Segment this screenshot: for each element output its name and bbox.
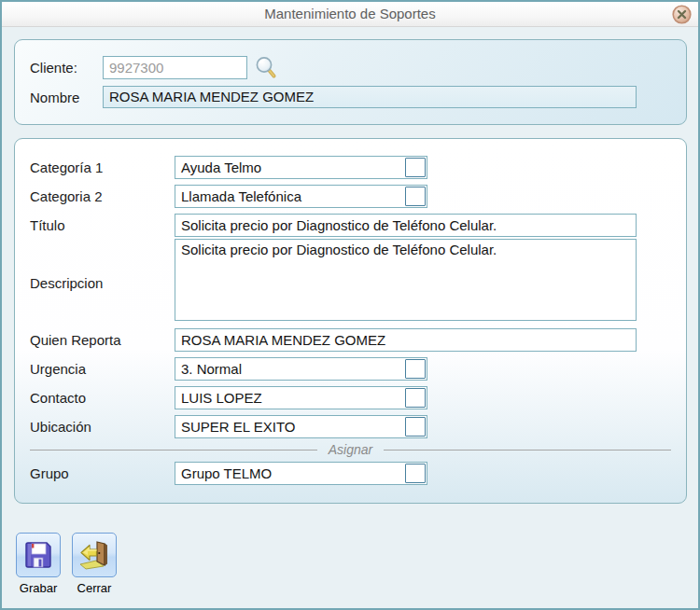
categoria2-label: Categoria 2 <box>30 185 172 208</box>
quien-reporta-label: Quien Reporta <box>30 328 172 352</box>
titulo-input[interactable] <box>175 214 637 237</box>
floppy-disk-icon <box>23 540 53 570</box>
grabar-button-group: Grabar <box>16 533 61 595</box>
mantenimiento-soportes-dialog: Mantenimiento de Soportes Cliente: <box>0 0 700 610</box>
close-button[interactable] <box>672 5 692 24</box>
contacto-label: Contacto <box>30 386 172 409</box>
grupo-select[interactable]: Grupo TELMO <box>175 462 427 485</box>
chevron-down-icon <box>405 417 426 437</box>
chevron-down-icon <box>405 158 426 177</box>
ubicacion-label: Ubicación <box>30 415 172 438</box>
cerrar-button-group: Cerrar <box>72 533 117 595</box>
grabar-button[interactable] <box>16 533 61 577</box>
close-icon <box>672 5 692 24</box>
descripcion-textarea[interactable]: Solicita precio por Diagnostico de Teléf… <box>175 239 637 321</box>
cerrar-button[interactable] <box>72 533 117 577</box>
window-title: Mantenimiento de Soportes <box>2 2 698 26</box>
exit-door-icon <box>78 539 110 571</box>
asignar-divider-label: Asignar <box>329 442 372 457</box>
grabar-button-label: Grabar <box>20 581 57 595</box>
asignar-divider: Asignar <box>30 442 671 457</box>
descripcion-label: Descripcion <box>30 271 172 295</box>
search-icon[interactable] <box>254 55 278 83</box>
quien-reporta-input[interactable] <box>175 328 637 352</box>
client-panel: Cliente: Nombre ROSA MARIA MENDEZ GOMEZ <box>14 39 687 125</box>
grupo-label: Grupo <box>30 462 172 485</box>
title-bar: Mantenimiento de Soportes <box>2 2 698 27</box>
categoria1-select[interactable]: Ayuda Telmo <box>175 156 427 179</box>
contacto-select[interactable]: LUIS LOPEZ <box>175 386 427 409</box>
categoria1-label: Categoría 1 <box>30 156 172 179</box>
urgencia-select[interactable]: 3. Normal <box>175 357 427 381</box>
chevron-down-icon <box>405 464 426 483</box>
chevron-down-icon <box>405 388 426 408</box>
form-panel: Categoría 1 Ayuda Telmo Categoria 2 Llam… <box>14 138 687 504</box>
titulo-label: Título <box>30 214 172 237</box>
cliente-input[interactable] <box>103 56 247 79</box>
chevron-down-icon <box>405 187 426 206</box>
categoria2-select[interactable]: Llamada Telefónica <box>175 185 427 208</box>
ubicacion-select[interactable]: SUPER EL EXITO <box>175 415 427 438</box>
chevron-down-icon <box>405 359 426 379</box>
nombre-field: ROSA MARIA MENDEZ GOMEZ <box>103 86 637 108</box>
urgencia-label: Urgencia <box>30 357 172 381</box>
cerrar-button-label: Cerrar <box>77 581 112 595</box>
